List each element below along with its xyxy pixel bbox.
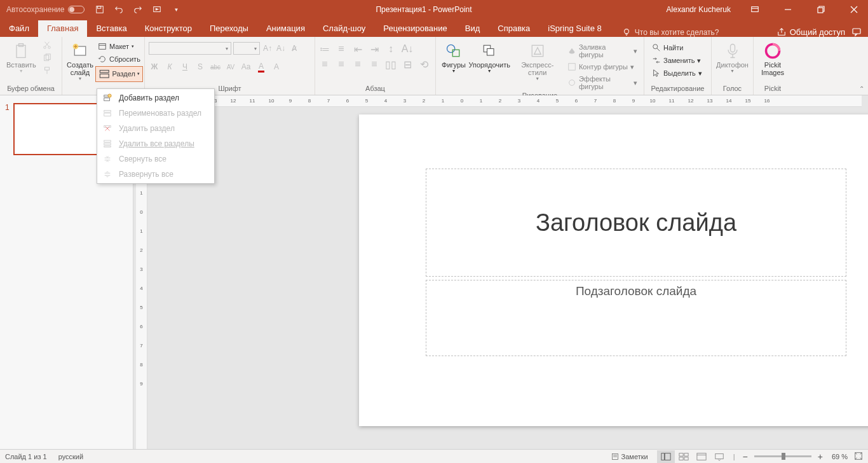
group-drawing: Фигуры▼ Упорядочить▼ Экспресс-стили▼ Зал… [436, 37, 644, 95]
tell-me-search[interactable]: Что вы хотите сделать? [622, 28, 719, 37]
select-button[interactable]: Выделить ▾ [649, 67, 705, 79]
svg-point-23 [447, 45, 455, 52]
slide-canvas-area[interactable]: Заголовок слайда Подзаголовок слайда [133, 95, 868, 449]
quick-styles-label: Экспресс-стили [514, 61, 561, 76]
arrange-label: Упорядочить [469, 61, 510, 69]
tab-view[interactable]: Вид [456, 20, 489, 37]
notes-button[interactable]: Заметки [611, 453, 648, 460]
svg-rect-46 [665, 453, 670, 460]
layout-button[interactable]: Макет ▾ [95, 41, 143, 52]
tab-transitions[interactable]: Переходы [201, 20, 257, 37]
svg-rect-41 [104, 146, 111, 148]
title-placeholder[interactable]: Заголовок слайда [426, 169, 846, 277]
effects-icon [567, 78, 576, 87]
italic-button: К [164, 61, 175, 73]
group-editing: Найти Заменить ▾ Выделить ▾ Редактирован… [644, 37, 712, 95]
group-label-pickit: Pickit [757, 85, 788, 95]
svg-rect-37 [104, 113, 111, 116]
menu-delete-all-sections: Удалить все разделы [97, 136, 214, 151]
fill-icon [567, 46, 576, 55]
find-button[interactable]: Найти [649, 42, 705, 53]
ribbon-display-options-icon[interactable] [741, 0, 769, 19]
share-icon [777, 27, 786, 36]
svg-rect-50 [684, 457, 688, 459]
tab-file[interactable]: Файл [0, 20, 38, 37]
autosave-toggle[interactable]: Автосохранение [6, 5, 85, 14]
text-direction-icon: A↓ [402, 43, 413, 55]
svg-rect-5 [818, 8, 823, 13]
slide[interactable]: Заголовок слайда Подзаголовок слайда [359, 114, 868, 426]
paste-button: Вставить ▼ [4, 39, 39, 74]
language-indicator[interactable]: русский [58, 453, 83, 460]
clear-formatting-icon: A̷ [288, 43, 300, 54]
zoom-percent[interactable]: 69 % [832, 453, 848, 460]
group-slides: Создать слайд ▼ Макет ▾ Сбросить Раздел … [62, 37, 145, 95]
decrease-indent-icon: ⇤ [352, 43, 363, 55]
subtitle-placeholder[interactable]: Подзаголовок слайда [426, 280, 846, 356]
tab-design[interactable]: Конструктор [136, 20, 201, 37]
document-title: Презентация1 - PowerPoint [181, 5, 666, 14]
svg-rect-26 [487, 49, 494, 56]
tab-ispring[interactable]: iSpring Suite 8 [539, 20, 611, 37]
highlight-button: A [271, 61, 282, 73]
reset-button[interactable]: Сбросить [95, 53, 143, 65]
collapse-ribbon-icon[interactable]: ⌃ [859, 85, 864, 92]
arrange-button[interactable]: Упорядочить▼ [468, 39, 512, 74]
tab-insert[interactable]: Вставка [87, 20, 135, 37]
numbering-icon: ≡ [336, 43, 347, 55]
slide-counter[interactable]: Слайд 1 из 1 [5, 453, 47, 460]
comments-icon[interactable] [851, 27, 862, 37]
rename-section-icon [102, 108, 112, 118]
ribbon-tabs: Файл Главная Вставка Конструктор Переход… [0, 19, 868, 37]
svg-rect-48 [684, 453, 688, 455]
normal-view-button[interactable] [657, 450, 675, 463]
pickit-button[interactable]: Pickit Images [757, 39, 788, 78]
zoom-in-button[interactable]: + [815, 452, 825, 462]
section-button[interactable]: Раздел ▾ [95, 66, 143, 82]
increase-indent-icon: ⇥ [369, 43, 380, 55]
font-name-combo: ▾ [149, 42, 231, 55]
save-icon[interactable] [95, 4, 105, 15]
shapes-label: Фигуры [442, 61, 466, 69]
cursor-icon [652, 69, 661, 78]
group-voice: Диктофон▼ Голос [712, 37, 754, 95]
user-name[interactable]: Alexandr Kucheruk [667, 5, 731, 14]
columns-icon: ▯▯ [385, 59, 397, 70]
align-left-icon: ≡ [319, 59, 330, 70]
redo-icon[interactable] [133, 4, 143, 15]
tab-review[interactable]: Рецензирование [374, 20, 456, 37]
slide-sorter-button[interactable] [675, 450, 693, 463]
maximize-icon[interactable] [807, 0, 835, 19]
format-painter-button [40, 65, 54, 76]
tab-animations[interactable]: Анимация [257, 20, 314, 37]
svg-rect-9 [853, 29, 860, 34]
minimize-icon[interactable] [774, 0, 802, 19]
shapes-button[interactable]: Фигуры▼ [440, 39, 468, 74]
zoom-out-button[interactable]: − [740, 452, 750, 462]
fit-to-window-button[interactable] [854, 452, 863, 462]
section-icon [98, 68, 111, 80]
tab-help[interactable]: Справка [489, 20, 539, 37]
tab-home[interactable]: Главная [38, 20, 87, 37]
title-bar: Автосохранение ▼ Презентация1 - PowerPoi… [0, 0, 868, 19]
svg-rect-10 [17, 45, 25, 57]
start-from-beginning-icon[interactable] [152, 4, 162, 15]
tab-slideshow[interactable]: Слайд-шоу [314, 20, 374, 37]
reading-view-button[interactable] [693, 450, 710, 463]
replace-button[interactable]: Заменить ▾ [649, 55, 705, 66]
group-label-editing: Редактирование [648, 85, 707, 95]
zoom-slider[interactable] [754, 455, 811, 457]
quick-access-toolbar: ▼ [95, 4, 181, 15]
menu-add-section[interactable]: Добавить раздел [97, 90, 214, 106]
new-slide-button[interactable]: Создать слайд ▼ [66, 39, 94, 82]
undo-icon[interactable] [114, 4, 124, 15]
slideshow-view-button[interactable] [710, 450, 728, 463]
svg-rect-40 [104, 143, 111, 145]
close-icon[interactable] [840, 0, 868, 19]
menu-collapse-all: Свернуть все [97, 151, 214, 167]
change-case-button: Aa [240, 61, 252, 73]
qat-dropdown-icon[interactable]: ▼ [171, 4, 181, 15]
share-button[interactable]: Общий доступ [777, 27, 845, 37]
svg-rect-31 [730, 45, 735, 52]
toggle-icon [68, 6, 85, 13]
